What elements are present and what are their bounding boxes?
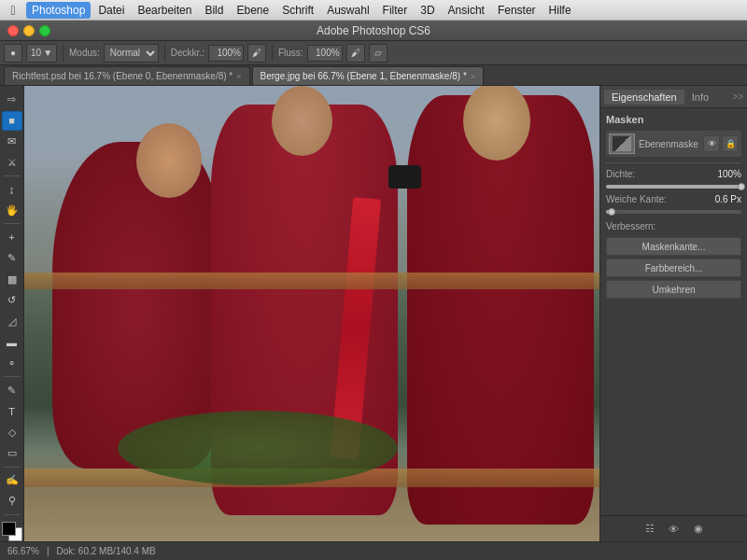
weiche-kante-slider-thumb[interactable] — [608, 208, 615, 216]
dichte-value: 100% — [704, 169, 741, 179]
healpatch-tool[interactable]: + — [2, 227, 22, 247]
menu-bild[interactable]: Bild — [199, 2, 229, 19]
doc-tab-1-close[interactable]: × — [236, 72, 241, 81]
mask-entry-ebenenmaske[interactable]: Ebenenmaske 👁 🔒 — [606, 131, 741, 157]
deckung-input[interactable]: 100% — [208, 45, 244, 62]
tool-sep-4 — [4, 467, 21, 468]
right-panel: Eigenschaften Info >> Masken Ebenenmaske… — [599, 86, 747, 541]
apple-menu[interactable]:  — [6, 3, 21, 18]
menu-3d[interactable]: 3D — [415, 2, 440, 19]
doc-info: Dok: 60.2 MB/140.4 MB — [57, 546, 156, 556]
menu-auswahl[interactable]: Auswahl — [321, 2, 374, 19]
lasso-tool[interactable]: ✉ — [2, 132, 22, 152]
history-tool[interactable]: ↺ — [2, 290, 22, 311]
modus-select[interactable]: Normal — [104, 44, 159, 63]
verbessern-label: Verbessern: — [606, 221, 741, 231]
mask-label-text: Ebenenmaske — [639, 139, 699, 149]
text-tool[interactable]: T — [2, 401, 22, 422]
weiche-kante-value: 0.6 Px — [704, 194, 741, 204]
menu-bearbeiten[interactable]: Bearbeiten — [132, 2, 197, 19]
chevron-down-icon: ▼ — [43, 48, 52, 58]
fluss-label: Fluss: — [278, 48, 303, 58]
fluss-icon[interactable]: 🖌 — [346, 44, 365, 63]
dichte-slider-thumb[interactable] — [738, 183, 745, 190]
window-controls — [7, 25, 50, 36]
close-button[interactable] — [7, 25, 19, 36]
menu-filter[interactable]: Filter — [377, 2, 414, 19]
bushes — [118, 411, 398, 485]
deckung-icon[interactable]: 🖌 — [247, 44, 266, 63]
panel-icon-visibility[interactable]: ◉ — [690, 521, 707, 538]
mask-thumbnail — [609, 133, 635, 154]
panel-expand-icon[interactable]: >> — [732, 91, 743, 102]
move-tool[interactable]: ⇨ — [2, 90, 22, 110]
dodge-tool[interactable]: ⚬ — [2, 354, 22, 374]
options-bar: ● 10 ▼ Modus: Normal Deckkr.: 100% 🖌 Flu… — [0, 41, 747, 65]
photo-background — [24, 86, 599, 541]
menu-datei[interactable]: Datei — [92, 2, 130, 19]
deckung-label: Deckkr.: — [171, 48, 204, 58]
fluss-input[interactable]: 100% — [307, 45, 343, 62]
marquee-tool[interactable]: ■ — [2, 111, 22, 132]
tool-sep-5 — [4, 514, 21, 515]
canvas-area[interactable] — [24, 86, 599, 541]
dichte-slider[interactable] — [606, 185, 741, 189]
beam-1 — [24, 273, 599, 289]
brush-size-value: 10 — [31, 48, 41, 58]
doc-tab-2[interactable]: Berge.jpg bei 66.7% (Ebene 1, Ebenenmask… — [252, 66, 485, 85]
main-area: ⇨ ■ ✉ ⚔ ↨ 🖐 + ✎ ▩ ↺ ◿ ▬ ⚬ ✎ T ◇ ▭ ✍ ⚲ — [0, 86, 747, 541]
menu-ansicht[interactable]: Ansicht — [443, 2, 490, 19]
weiche-kante-label: Weiche Kante: — [606, 194, 700, 204]
pen-tool[interactable]: ✎ — [2, 380, 22, 400]
doc-tab-2-label: Berge.jpg bei 66.7% (Ebene 1, Ebenenmask… — [261, 71, 467, 81]
tool-sep-3 — [4, 376, 21, 377]
separator-2 — [164, 45, 165, 62]
quickselect-tool[interactable]: ⚔ — [2, 153, 22, 174]
menu-fenster[interactable]: Fenster — [492, 2, 542, 19]
menu-hilfe[interactable]: Hilfe — [543, 2, 577, 19]
doc-tab-1-label: Richtfest.psd bei 16.7% (Ebene 0, Ebenen… — [12, 71, 233, 81]
maskenkante-button[interactable]: Maskenkante... — [606, 237, 741, 256]
dichte-row: Dichte: 100% — [606, 169, 741, 179]
menu-ebene[interactable]: Ebene — [231, 2, 275, 19]
eraser-tool[interactable]: ◿ — [2, 312, 22, 332]
eyedropper-tool[interactable]: 🖐 — [2, 201, 22, 221]
foreground-color-swatch[interactable] — [2, 522, 16, 536]
brush-size-btn[interactable]: 10 ▼ — [26, 44, 57, 63]
stamp-tool[interactable]: ▩ — [2, 269, 22, 289]
farbbereich-button[interactable]: Farbbereich... — [606, 259, 741, 277]
brush-tool-icon[interactable]: ● — [4, 44, 22, 63]
tool-sep-1 — [4, 175, 21, 176]
umkehren-button[interactable]: Umkehren — [606, 280, 741, 299]
panel-icon-eye[interactable]: 👁 — [666, 521, 683, 538]
airbrush-icon[interactable]: ▱ — [369, 44, 388, 63]
menu-bar:  Photoshop Datei Bearbeiten Bild Ebene … — [0, 0, 747, 21]
doc-tab-2-close[interactable]: × — [471, 72, 475, 81]
mask-thumbnail-image — [613, 136, 631, 151]
hand-tool[interactable]: ✍ — [2, 470, 22, 491]
doc-tab-1[interactable]: Richtfest.psd bei 16.7% (Ebene 0, Ebenen… — [4, 66, 250, 85]
maximize-button[interactable] — [39, 25, 50, 36]
menu-photoshop[interactable]: Photoshop — [26, 2, 91, 19]
minimize-button[interactable] — [23, 25, 35, 36]
weiche-kante-row: Weiche Kante: 0.6 Px — [606, 194, 741, 204]
panel-body: Masken Ebenenmaske 👁 🔒 Dichte: 100% — [600, 108, 747, 515]
panel-tab-eigenschaften[interactable]: Eigenschaften — [604, 90, 684, 105]
mask-link-btn[interactable]: 🔒 — [722, 135, 739, 152]
panel-icon-grid[interactable]: ☷ — [641, 521, 658, 538]
shape-tool[interactable]: ▭ — [2, 443, 22, 464]
panel-tab-info[interactable]: Info — [684, 90, 716, 105]
monk-1-head — [136, 123, 202, 198]
crop-tool[interactable]: ↨ — [2, 179, 22, 200]
dichte-slider-fill — [606, 185, 741, 189]
brush-tool[interactable]: ✎ — [2, 248, 22, 269]
mask-visibility-btn[interactable]: 👁 — [703, 135, 720, 152]
menu-schrift[interactable]: Schrift — [276, 2, 319, 19]
gradient-tool[interactable]: ▬ — [2, 332, 22, 353]
path-tool[interactable]: ◇ — [2, 422, 22, 442]
weiche-kante-slider[interactable] — [606, 210, 741, 214]
panel-sep-1 — [606, 162, 741, 163]
modus-label: Modus: — [69, 48, 100, 58]
color-swatches[interactable] — [2, 522, 22, 542]
zoom-tool[interactable]: ⚲ — [2, 491, 22, 511]
